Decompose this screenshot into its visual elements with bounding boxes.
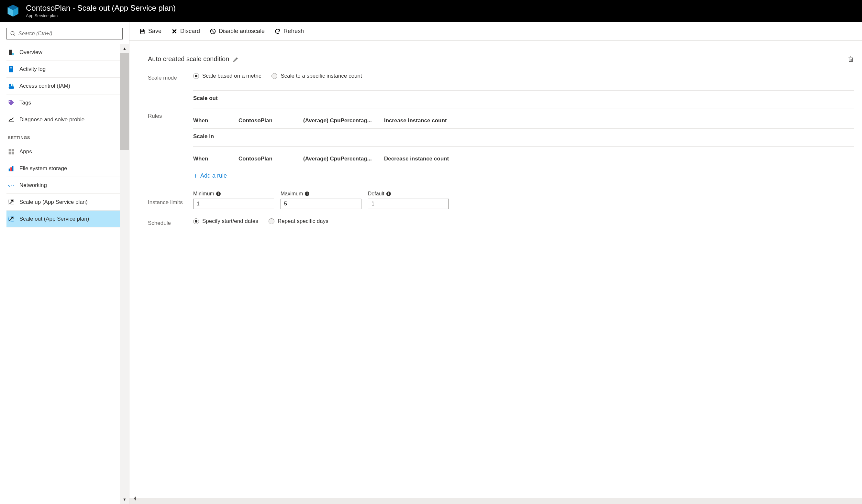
refresh-label: Refresh	[284, 28, 304, 35]
sidebar-item-diagnose[interactable]: Diagnose and solve proble...	[6, 111, 126, 128]
schedule-days-option[interactable]: Repeat specific days	[269, 218, 328, 225]
info-icon[interactable]: i	[305, 191, 309, 196]
svg-rect-16	[9, 149, 11, 151]
sidebar-item-scale-up[interactable]: Scale up (App Service plan)	[6, 194, 126, 211]
log-icon	[8, 66, 15, 73]
discard-button[interactable]: Discard	[171, 28, 200, 35]
search-box[interactable]	[6, 28, 123, 39]
instance-limits-label: Instance limits	[148, 191, 193, 206]
sidebar-item-label: File system storage	[19, 165, 67, 172]
option-label: Repeat specific days	[278, 218, 328, 225]
sidebar-item-label: Apps	[19, 148, 32, 155]
page-header: ContosoPlan - Scale out (App Service pla…	[0, 0, 862, 22]
info-icon[interactable]: i	[386, 191, 391, 196]
svg-rect-15	[9, 121, 14, 122]
svg-rect-19	[12, 152, 14, 154]
close-icon	[171, 28, 178, 35]
app-service-plan-icon	[6, 3, 20, 18]
sidebar-item-access-control[interactable]: Access control (IAM)	[6, 78, 126, 94]
svg-text:<··>: <··>	[8, 183, 15, 188]
svg-rect-18	[9, 152, 11, 154]
people-icon	[8, 82, 15, 90]
scale-up-icon	[8, 199, 15, 206]
save-label: Save	[148, 28, 161, 35]
save-button[interactable]: Save	[139, 28, 161, 35]
rules-label: Rules	[148, 90, 193, 182]
sidebar-item-file-storage[interactable]: File system storage	[6, 160, 126, 177]
rule-action: Increase instance count	[384, 117, 447, 124]
delete-icon[interactable]	[847, 56, 854, 63]
rule-metric: (Average) CpuPercentag...	[303, 117, 384, 124]
card-title: Auto created scale condition	[148, 55, 229, 63]
svg-rect-21	[10, 167, 12, 171]
scale-in-rule[interactable]: When ContosoPlan (Average) CpuPercentag.…	[193, 151, 854, 162]
sidebar-item-activity-log[interactable]: Activity log	[6, 61, 126, 78]
refresh-button[interactable]: Refresh	[274, 28, 304, 35]
rule-when: When	[193, 156, 238, 162]
scale-condition-card: Auto created scale condition Scale mode …	[140, 50, 862, 231]
scale-mode-metric-option[interactable]: Scale based on a metric	[193, 73, 261, 79]
sidebar-item-scale-out[interactable]: Scale out (App Service plan)	[6, 211, 126, 227]
sidebar-item-label: Diagnose and solve proble...	[19, 117, 89, 123]
svg-rect-9	[10, 69, 12, 69]
scale-out-rule[interactable]: When ContosoPlan (Average) CpuPercentag.…	[193, 113, 854, 124]
network-icon: <··>	[8, 182, 15, 189]
main-pane: Save Discard Disable autoscale Refresh A…	[129, 22, 862, 504]
apps-icon	[8, 148, 15, 155]
tag-icon	[8, 99, 15, 106]
rule-action: Decrease instance count	[384, 156, 449, 162]
scale-out-hdr: Scale out	[193, 95, 854, 104]
schedule-dates-option[interactable]: Specify start/end dates	[193, 218, 258, 225]
edit-icon[interactable]	[233, 56, 239, 62]
collapse-panel-icon[interactable]	[131, 495, 139, 502]
radio-off-icon	[272, 73, 277, 79]
sidebar-item-label: Activity log	[19, 66, 45, 72]
svg-rect-22	[12, 166, 14, 171]
discard-label: Discard	[180, 28, 200, 35]
svg-rect-27	[141, 31, 144, 33]
svg-rect-8	[10, 67, 12, 68]
sidebar-item-label: Networking	[19, 182, 47, 189]
svg-rect-12	[9, 86, 14, 88]
sidebar-item-apps[interactable]: Apps	[6, 143, 126, 160]
refresh-icon	[274, 28, 281, 35]
svg-rect-32	[849, 57, 852, 62]
rule-plan: ContosoPlan	[238, 117, 303, 124]
disable-icon	[210, 28, 216, 35]
sidebar-item-label: Tags	[19, 100, 31, 106]
add-rule-label: Add a rule	[200, 172, 227, 179]
svg-marker-39	[134, 496, 136, 501]
schedule-label: Schedule	[148, 218, 193, 226]
minimum-input[interactable]	[193, 199, 274, 209]
scroll-down-icon[interactable]: ▼	[120, 495, 129, 504]
svg-rect-17	[12, 149, 14, 151]
sidebar-item-networking[interactable]: <··> Networking	[6, 177, 126, 194]
save-icon	[139, 28, 146, 35]
sidebar-scrollbar[interactable]: ▲ ▼	[120, 44, 129, 504]
scroll-up-icon[interactable]: ▲	[120, 44, 129, 53]
maximum-input[interactable]	[280, 199, 362, 209]
default-label: Default	[368, 191, 384, 197]
disable-label: Disable autoscale	[219, 28, 265, 35]
svg-point-3	[11, 31, 14, 35]
scale-mode-count-option[interactable]: Scale to a specific instance count	[272, 73, 362, 79]
option-label: Specify start/end dates	[202, 218, 258, 225]
radio-on-icon	[193, 218, 199, 224]
page-title: ContosoPlan - Scale out (App Service pla…	[26, 3, 176, 13]
sidebar-item-label: Scale out (App Service plan)	[19, 216, 89, 222]
sidebar-item-label: Overview	[19, 49, 42, 56]
svg-point-11	[12, 84, 13, 86]
search-input[interactable]	[18, 31, 119, 37]
scale-mode-label: Scale mode	[148, 73, 193, 81]
default-input[interactable]	[368, 199, 449, 209]
sidebar-section-settings: SETTINGS	[6, 128, 126, 143]
svg-rect-20	[9, 169, 10, 171]
add-rule-button[interactable]: Add a rule	[193, 167, 854, 182]
content-scrollbar-track	[129, 498, 862, 504]
radio-off-icon	[269, 218, 274, 224]
sidebar-item-tags[interactable]: Tags	[6, 94, 126, 111]
sidebar-item-overview[interactable]: Overview	[6, 44, 126, 61]
disable-autoscale-button[interactable]: Disable autoscale	[210, 28, 265, 35]
rule-when: When	[193, 117, 238, 124]
info-icon[interactable]: i	[216, 191, 221, 196]
